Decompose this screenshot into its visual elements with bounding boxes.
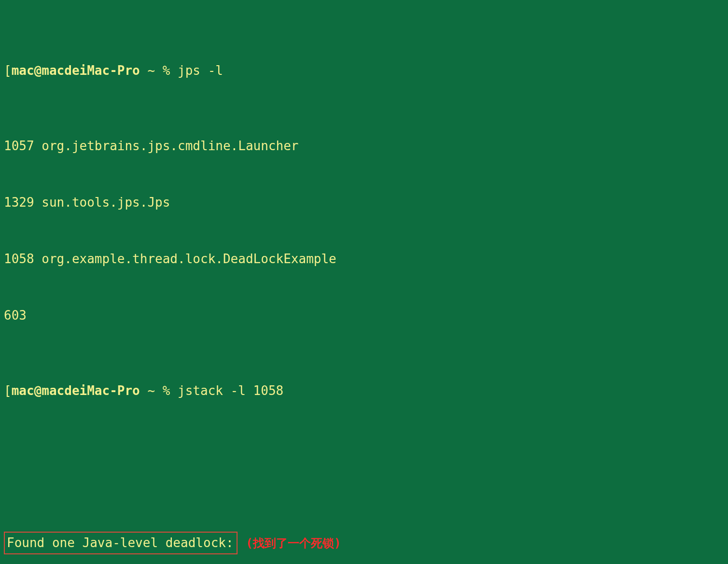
prompt-line-2: [mac@macdeiMac-Pro ~ % jstack -l 1058 (4, 381, 724, 400)
jps-output-line: 603 (4, 306, 724, 325)
terminal-window[interactable]: [mac@macdeiMac-Pro ~ % jps -l 1057 org.j… (0, 0, 728, 564)
command-jps: jps -l (170, 63, 223, 78)
prompt-tilde: ~ % (140, 383, 170, 398)
deadlock-header-line: Found one Java-level deadlock:(找到了一个死锁) (4, 532, 724, 554)
prompt-bracket: [ (4, 63, 12, 78)
prompt-line-1: [mac@macdeiMac-Pro ~ % jps -l (4, 61, 724, 80)
deadlock-annotation: (找到了一个死锁) (246, 536, 341, 550)
prompt-userhost: mac@macdeiMac-Pro (12, 383, 140, 398)
jps-output-line: 1058 org.example.thread.lock.DeadLockExa… (4, 250, 724, 268)
deadlock-header-box: Found one Java-level deadlock: (4, 532, 238, 554)
prompt-bracket: [ (4, 383, 12, 398)
blank-line (4, 457, 724, 475)
jps-output-line: 1057 org.jetbrains.jps.cmdline.Launcher (4, 137, 724, 155)
command-jstack: jstack -l 1058 (170, 383, 283, 398)
prompt-tilde: ~ % (140, 63, 170, 78)
jps-output-line: 1329 sun.tools.jps.Jps (4, 193, 724, 212)
prompt-userhost: mac@macdeiMac-Pro (12, 63, 140, 78)
